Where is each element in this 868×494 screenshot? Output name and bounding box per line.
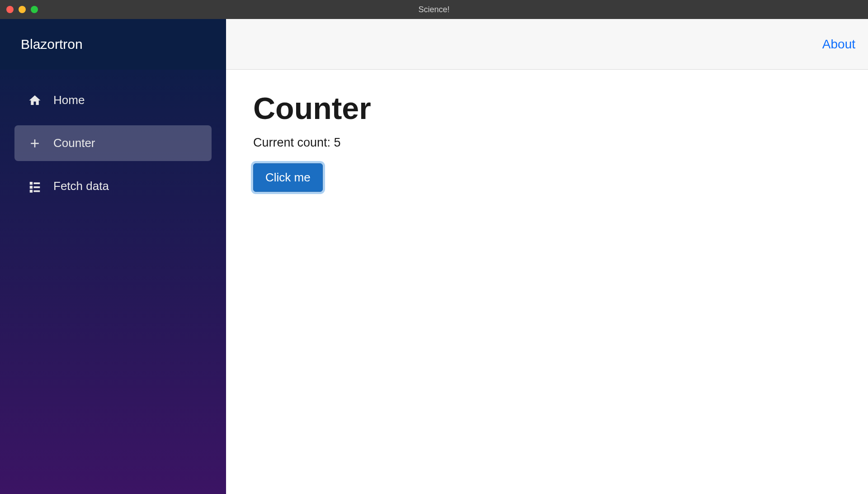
maximize-window-button[interactable] [31, 6, 38, 13]
sidebar-brand[interactable]: Blazortron [0, 19, 226, 70]
plus-icon [28, 137, 42, 150]
content: Counter Current count: 5 Click me [226, 70, 868, 213]
sidebar-item-home[interactable]: Home [14, 82, 212, 118]
sidebar-item-label: Home [53, 93, 85, 107]
list-icon [28, 180, 42, 193]
sidebar-item-counter[interactable]: Counter [14, 125, 212, 161]
traffic-lights [6, 6, 38, 13]
click-me-button[interactable]: Click me [253, 163, 323, 192]
about-link[interactable]: About [822, 37, 855, 52]
topbar: About [226, 19, 868, 70]
sidebar-nav: Home Counter Fetch data [0, 70, 226, 213]
count-text: Current count: 5 [253, 136, 841, 150]
sidebar-item-fetch-data[interactable]: Fetch data [14, 168, 212, 204]
page-title: Counter [253, 90, 841, 126]
titlebar: Science! [0, 0, 868, 19]
minimize-window-button[interactable] [19, 6, 26, 13]
brand-text: Blazortron [21, 37, 83, 52]
app-window: Science! Blazortron Home Counter [0, 0, 868, 494]
sidebar-item-label: Fetch data [53, 179, 109, 193]
window-title: Science! [418, 5, 449, 14]
main: About Counter Current count: 5 Click me [226, 19, 868, 494]
app-body: Blazortron Home Counter [0, 19, 868, 494]
sidebar: Blazortron Home Counter [0, 19, 226, 494]
close-window-button[interactable] [6, 6, 14, 13]
home-icon [28, 94, 42, 107]
sidebar-item-label: Counter [53, 136, 95, 150]
